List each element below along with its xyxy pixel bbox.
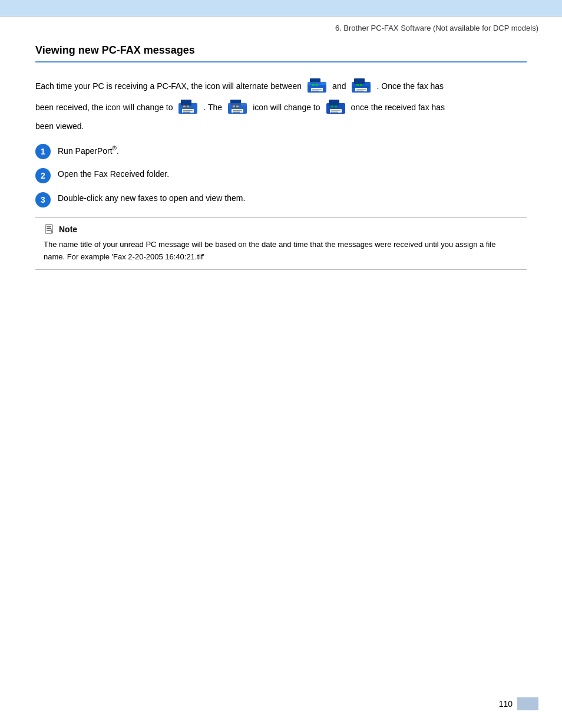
main-content: Viewing new PC-FAX messages Each time yo… bbox=[0, 32, 562, 294]
step-item-3: 3 Double-click any new faxes to open and… bbox=[35, 192, 527, 207]
para1-text-after: . Once the fax has bbox=[376, 79, 444, 94]
step-text-2: Open the Fax Received folder. bbox=[58, 167, 169, 179]
step-item-1: 1 Run PaperPort®. bbox=[35, 143, 527, 159]
svg-rect-15 bbox=[352, 85, 371, 88]
para2-middle: icon will change to bbox=[253, 100, 320, 115]
page-number-box bbox=[517, 697, 538, 710]
note-header: Note bbox=[44, 223, 518, 235]
svg-rect-30 bbox=[228, 103, 247, 106]
svg-rect-37 bbox=[331, 112, 338, 113]
step-text-1: Run PaperPort®. bbox=[58, 143, 119, 156]
steps-container: 1 Run PaperPort®. 2 Open the Fax Receive… bbox=[35, 143, 527, 207]
step-number-1: 1 bbox=[35, 144, 51, 159]
top-bar bbox=[0, 0, 562, 17]
svg-rect-19 bbox=[183, 106, 186, 107]
note-box: Note The name title of your unread PC me… bbox=[35, 217, 527, 270]
svg-rect-14 bbox=[356, 91, 363, 92]
paragraph-1: Each time your PC is receiving a PC-FAX,… bbox=[35, 77, 527, 134]
section-title: Viewing new PC-FAX messages bbox=[35, 44, 527, 62]
page-footer: 110 bbox=[499, 697, 538, 710]
fax-icon-middle bbox=[226, 98, 249, 118]
para2-after: once the received fax has bbox=[351, 100, 445, 115]
svg-rect-17 bbox=[181, 100, 191, 106]
svg-rect-29 bbox=[233, 112, 240, 113]
svg-rect-21 bbox=[183, 110, 193, 111]
step-number-2: 2 bbox=[35, 168, 51, 183]
para-line-1: Each time your PC is receiving a PC-FAX,… bbox=[35, 77, 527, 97]
svg-rect-22 bbox=[183, 112, 190, 113]
svg-rect-6 bbox=[312, 91, 319, 92]
svg-rect-28 bbox=[233, 110, 242, 111]
fax-icon-animated-2 bbox=[350, 77, 372, 97]
svg-rect-39 bbox=[47, 226, 51, 228]
svg-rect-5 bbox=[312, 89, 322, 90]
para2-text-before: been received, the icon will change to bbox=[35, 100, 173, 115]
svg-rect-20 bbox=[187, 106, 189, 107]
para2-the: . The bbox=[203, 100, 222, 115]
svg-rect-36 bbox=[331, 110, 340, 111]
svg-rect-34 bbox=[331, 106, 333, 107]
step-text-3: Double-click any new faxes to open and v… bbox=[58, 192, 245, 203]
fax-icon-animated-1 bbox=[306, 77, 328, 97]
para-line-3: been viewed. bbox=[35, 119, 527, 134]
note-label: Note bbox=[59, 225, 77, 234]
step-number-3: 3 bbox=[35, 192, 51, 207]
step-item-2: 2 Open the Fax Received folder. bbox=[35, 167, 527, 183]
svg-rect-9 bbox=[354, 78, 365, 84]
para3-text: been viewed. bbox=[35, 119, 84, 134]
page-header: 6. Brother PC-FAX Software (Not availabl… bbox=[0, 17, 562, 32]
note-icon bbox=[44, 223, 55, 235]
svg-rect-32 bbox=[329, 100, 339, 106]
svg-rect-7 bbox=[308, 82, 326, 85]
svg-rect-40 bbox=[47, 228, 51, 229]
svg-rect-35 bbox=[335, 106, 337, 107]
fax-icon-received bbox=[177, 98, 199, 118]
svg-rect-26 bbox=[233, 106, 235, 107]
svg-rect-27 bbox=[236, 106, 239, 107]
svg-rect-41 bbox=[47, 230, 50, 231]
para-line-2: been received, the icon will change to .… bbox=[35, 98, 527, 118]
para1-text-before: Each time your PC is receiving a PC-FAX,… bbox=[35, 79, 302, 94]
chapter-label: 6. Brother PC-FAX Software (Not availabl… bbox=[335, 24, 538, 32]
page-number: 110 bbox=[499, 699, 513, 709]
para1-and: and bbox=[332, 79, 346, 94]
fax-icon-viewed bbox=[325, 98, 347, 118]
svg-rect-13 bbox=[356, 89, 366, 90]
note-text: The name title of your unread PC message… bbox=[44, 239, 518, 263]
